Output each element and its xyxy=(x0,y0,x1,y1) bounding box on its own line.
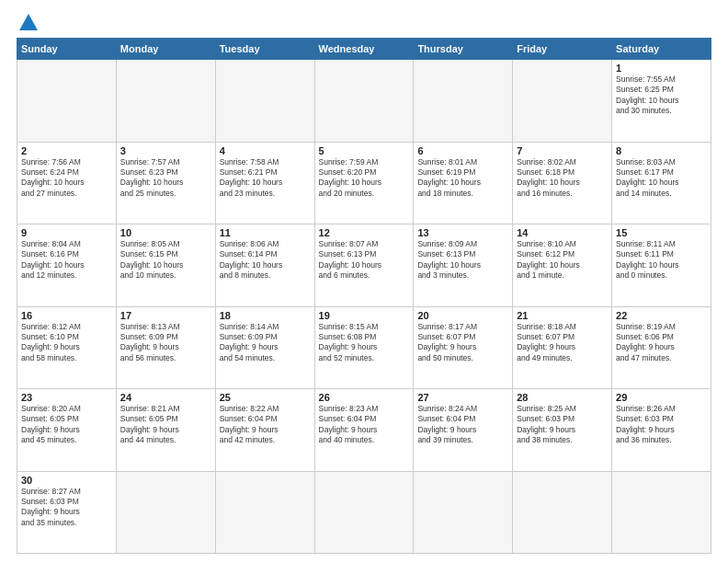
day-number: 26 xyxy=(319,392,410,403)
day-number: 27 xyxy=(417,392,508,403)
day-header-wednesday: Wednesday xyxy=(314,39,414,60)
day-info: Sunrise: 7:56 AM Sunset: 6:24 PM Dayligh… xyxy=(21,157,112,200)
calendar-cell xyxy=(314,471,414,554)
day-header-row: SundayMondayTuesdayWednesdayThursdayFrid… xyxy=(17,39,711,60)
day-info: Sunrise: 8:13 AM Sunset: 6:09 PM Dayligh… xyxy=(120,322,211,364)
calendar-cell xyxy=(215,471,314,554)
calendar-cell: 5Sunrise: 7:59 AM Sunset: 6:20 PM Daylig… xyxy=(314,142,414,224)
day-number: 5 xyxy=(319,145,410,156)
calendar-cell: 4Sunrise: 7:58 AM Sunset: 6:21 PM Daylig… xyxy=(215,142,314,224)
day-header-monday: Monday xyxy=(116,39,215,60)
calendar-cell xyxy=(116,60,215,143)
page: SundayMondayTuesdayWednesdayThursdayFrid… xyxy=(0,0,728,563)
day-number: 1 xyxy=(616,63,707,74)
day-number: 14 xyxy=(517,227,608,238)
day-info: Sunrise: 8:26 AM Sunset: 6:03 PM Dayligh… xyxy=(616,404,707,446)
day-number: 12 xyxy=(319,227,410,238)
calendar-cell: 20Sunrise: 8:17 AM Sunset: 6:07 PM Dayli… xyxy=(414,306,513,389)
calendar-cell: 16Sunrise: 8:12 AM Sunset: 6:10 PM Dayli… xyxy=(17,306,117,389)
calendar-week-3: 16Sunrise: 8:12 AM Sunset: 6:10 PM Dayli… xyxy=(17,306,711,389)
day-number: 21 xyxy=(517,310,608,321)
day-info: Sunrise: 8:23 AM Sunset: 6:04 PM Dayligh… xyxy=(319,404,410,446)
calendar-cell xyxy=(17,60,117,143)
calendar-cell: 10Sunrise: 8:05 AM Sunset: 6:15 PM Dayli… xyxy=(116,224,215,307)
calendar-cell xyxy=(513,60,612,143)
day-header-thursday: Thursday xyxy=(414,39,513,60)
day-info: Sunrise: 8:02 AM Sunset: 6:18 PM Dayligh… xyxy=(517,157,608,200)
day-info: Sunrise: 8:03 AM Sunset: 6:17 PM Dayligh… xyxy=(616,157,707,200)
calendar-cell xyxy=(612,471,711,554)
day-info: Sunrise: 8:21 AM Sunset: 6:05 PM Dayligh… xyxy=(120,404,211,446)
day-info: Sunrise: 8:22 AM Sunset: 6:04 PM Dayligh… xyxy=(220,404,311,446)
calendar-cell xyxy=(513,471,612,554)
calendar-week-2: 9Sunrise: 8:04 AM Sunset: 6:16 PM Daylig… xyxy=(17,224,711,307)
calendar-cell: 22Sunrise: 8:19 AM Sunset: 6:06 PM Dayli… xyxy=(612,306,711,389)
calendar-cell: 15Sunrise: 8:11 AM Sunset: 6:11 PM Dayli… xyxy=(612,224,711,307)
calendar-cell: 17Sunrise: 8:13 AM Sunset: 6:09 PM Dayli… xyxy=(116,306,215,389)
day-header-sunday: Sunday xyxy=(17,39,117,60)
day-info: Sunrise: 8:25 AM Sunset: 6:03 PM Dayligh… xyxy=(517,404,608,446)
day-info: Sunrise: 8:11 AM Sunset: 6:11 PM Dayligh… xyxy=(616,239,707,282)
calendar-cell: 23Sunrise: 8:20 AM Sunset: 6:05 PM Dayli… xyxy=(17,389,117,472)
day-info: Sunrise: 8:01 AM Sunset: 6:19 PM Dayligh… xyxy=(417,157,508,200)
calendar-week-1: 2Sunrise: 7:56 AM Sunset: 6:24 PM Daylig… xyxy=(17,142,711,224)
calendar-cell: 26Sunrise: 8:23 AM Sunset: 6:04 PM Dayli… xyxy=(314,389,414,472)
calendar-cell xyxy=(215,60,314,143)
day-info: Sunrise: 8:24 AM Sunset: 6:04 PM Dayligh… xyxy=(417,404,508,446)
day-number: 6 xyxy=(417,145,508,156)
day-number: 20 xyxy=(417,310,508,321)
day-info: Sunrise: 8:06 AM Sunset: 6:14 PM Dayligh… xyxy=(220,239,311,282)
day-number: 16 xyxy=(21,310,112,321)
calendar-cell: 1Sunrise: 7:55 AM Sunset: 6:25 PM Daylig… xyxy=(612,60,711,143)
day-number: 30 xyxy=(21,475,112,486)
day-header-friday: Friday xyxy=(513,39,612,60)
calendar-cell xyxy=(314,60,414,143)
day-info: Sunrise: 8:14 AM Sunset: 6:09 PM Dayligh… xyxy=(220,322,311,364)
day-number: 23 xyxy=(21,392,112,403)
day-number: 7 xyxy=(517,145,608,156)
calendar-cell: 11Sunrise: 8:06 AM Sunset: 6:14 PM Dayli… xyxy=(215,224,314,307)
day-number: 28 xyxy=(517,392,608,403)
calendar-cell: 12Sunrise: 8:07 AM Sunset: 6:13 PM Dayli… xyxy=(314,224,414,307)
day-header-tuesday: Tuesday xyxy=(215,39,314,60)
day-info: Sunrise: 8:20 AM Sunset: 6:05 PM Dayligh… xyxy=(21,404,112,446)
calendar-cell xyxy=(116,471,215,554)
day-info: Sunrise: 7:58 AM Sunset: 6:21 PM Dayligh… xyxy=(220,157,311,200)
day-info: Sunrise: 8:17 AM Sunset: 6:07 PM Dayligh… xyxy=(417,322,508,364)
calendar-cell: 28Sunrise: 8:25 AM Sunset: 6:03 PM Dayli… xyxy=(513,389,612,472)
day-number: 9 xyxy=(21,227,112,238)
calendar-week-5: 30Sunrise: 8:27 AM Sunset: 6:03 PM Dayli… xyxy=(17,471,711,554)
day-number: 18 xyxy=(220,310,311,321)
calendar-cell: 3Sunrise: 7:57 AM Sunset: 6:23 PM Daylig… xyxy=(116,142,215,224)
day-number: 13 xyxy=(417,227,508,238)
day-info: Sunrise: 7:55 AM Sunset: 6:25 PM Dayligh… xyxy=(616,75,707,117)
day-number: 25 xyxy=(220,392,311,403)
day-number: 2 xyxy=(21,145,112,156)
day-info: Sunrise: 8:15 AM Sunset: 6:08 PM Dayligh… xyxy=(319,322,410,364)
calendar-cell xyxy=(414,471,513,554)
day-number: 29 xyxy=(616,392,707,403)
day-info: Sunrise: 8:12 AM Sunset: 6:10 PM Dayligh… xyxy=(21,322,112,364)
header xyxy=(17,17,711,30)
day-info: Sunrise: 8:07 AM Sunset: 6:13 PM Dayligh… xyxy=(319,239,410,282)
day-info: Sunrise: 7:57 AM Sunset: 6:23 PM Dayligh… xyxy=(120,157,211,200)
calendar-cell: 27Sunrise: 8:24 AM Sunset: 6:04 PM Dayli… xyxy=(414,389,513,472)
day-number: 4 xyxy=(220,145,311,156)
day-header-saturday: Saturday xyxy=(612,39,711,60)
calendar-cell: 8Sunrise: 8:03 AM Sunset: 6:17 PM Daylig… xyxy=(612,142,711,224)
day-info: Sunrise: 7:59 AM Sunset: 6:20 PM Dayligh… xyxy=(319,157,410,200)
calendar-cell: 7Sunrise: 8:02 AM Sunset: 6:18 PM Daylig… xyxy=(513,142,612,224)
day-number: 19 xyxy=(319,310,410,321)
calendar-cell: 6Sunrise: 8:01 AM Sunset: 6:19 PM Daylig… xyxy=(414,142,513,224)
calendar-cell: 18Sunrise: 8:14 AM Sunset: 6:09 PM Dayli… xyxy=(215,306,314,389)
day-number: 11 xyxy=(220,227,311,238)
calendar-cell: 21Sunrise: 8:18 AM Sunset: 6:07 PM Dayli… xyxy=(513,306,612,389)
day-info: Sunrise: 8:19 AM Sunset: 6:06 PM Dayligh… xyxy=(616,322,707,364)
day-info: Sunrise: 8:05 AM Sunset: 6:15 PM Dayligh… xyxy=(120,239,211,282)
calendar-week-4: 23Sunrise: 8:20 AM Sunset: 6:05 PM Dayli… xyxy=(17,389,711,472)
day-number: 8 xyxy=(616,145,707,156)
day-info: Sunrise: 8:10 AM Sunset: 6:12 PM Dayligh… xyxy=(517,239,608,282)
day-info: Sunrise: 8:18 AM Sunset: 6:07 PM Dayligh… xyxy=(517,322,608,364)
day-number: 3 xyxy=(120,145,211,156)
calendar-cell: 2Sunrise: 7:56 AM Sunset: 6:24 PM Daylig… xyxy=(17,142,117,224)
